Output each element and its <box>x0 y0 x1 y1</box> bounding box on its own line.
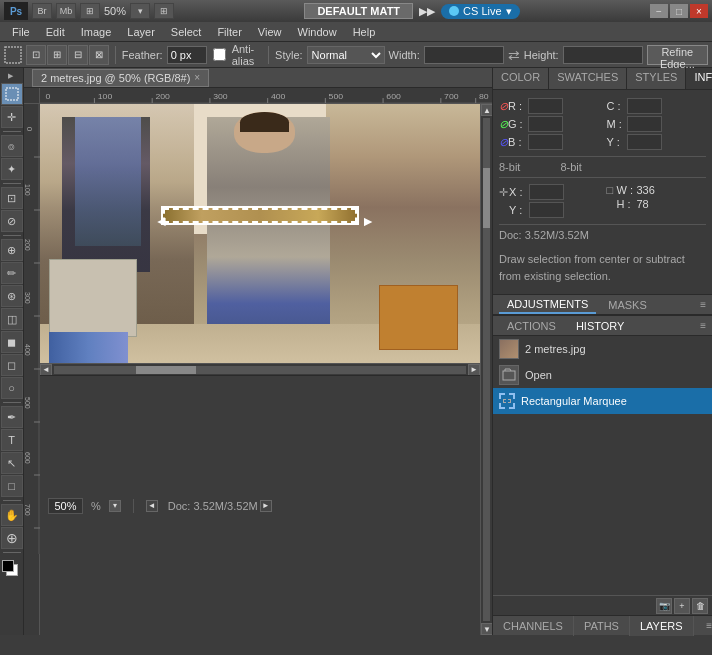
pen-tool-btn[interactable]: ✒ <box>1 406 23 428</box>
v-scroll-thumb[interactable] <box>483 168 490 228</box>
cs-live-btn[interactable]: CS Live ▾ <box>441 4 520 19</box>
person-head <box>234 112 296 153</box>
tab-swatches[interactable]: SWATCHES <box>549 68 627 89</box>
eraser-tool-btn[interactable]: ◫ <box>1 308 23 330</box>
move-tool-btn[interactable]: ✛ <box>1 106 23 128</box>
gradient-tool-btn[interactable]: ◼ <box>1 331 23 353</box>
g-value[interactable] <box>528 116 563 132</box>
rectangular-marquee-tool-btn[interactable] <box>1 83 23 105</box>
menu-window[interactable]: Window <box>290 24 345 40</box>
lasso-tool-btn[interactable]: ⌾ <box>1 135 23 157</box>
path-selection-tool-btn[interactable]: ↖ <box>1 452 23 474</box>
history-panel-menu[interactable]: ≡ <box>700 320 706 331</box>
scroll-right-btn[interactable]: ► <box>468 364 480 376</box>
tab-paths[interactable]: PATHS <box>574 616 630 636</box>
healing-brush-tool-btn[interactable]: ⊕ <box>1 239 23 261</box>
tab-adjustments[interactable]: ADJUSTMENTS <box>499 296 596 314</box>
shape-tool-btn[interactable]: □ <box>1 475 23 497</box>
y-value[interactable] <box>627 134 662 150</box>
zoom-dropdown[interactable]: ▾ <box>130 3 150 19</box>
zoom-options-btn[interactable]: ▾ <box>109 500 121 512</box>
add-selection-btn[interactable]: ⊞ <box>47 45 67 65</box>
x-value[interactable] <box>529 184 564 200</box>
history-delete-btn[interactable]: 🗑 <box>692 598 708 614</box>
menu-layer[interactable]: Layer <box>119 24 163 40</box>
adj-panel-menu[interactable]: ≡ <box>700 299 706 310</box>
new-selection-btn[interactable]: ⊡ <box>26 45 46 65</box>
eyedropper-tool-btn[interactable]: ⊘ <box>1 210 23 232</box>
y-coord-value[interactable] <box>529 202 564 218</box>
scroll-left-btn[interactable]: ◄ <box>40 364 52 376</box>
scroll-down-btn[interactable]: ▼ <box>481 623 492 635</box>
scroll-track[interactable] <box>54 366 466 374</box>
style-select[interactable]: Normal Fixed Ratio Fixed Size <box>307 46 385 64</box>
dodge-tool-btn[interactable]: ○ <box>1 377 23 399</box>
scroll-thumb[interactable] <box>136 366 196 374</box>
minimize-btn[interactable]: − <box>650 4 668 18</box>
width-input[interactable] <box>424 46 504 64</box>
blur-tool-btn[interactable]: ◻ <box>1 354 23 376</box>
tab-channels[interactable]: CHANNELS <box>493 616 574 636</box>
view-toggle[interactable]: ⊞ <box>154 3 174 19</box>
refine-edge-btn[interactable]: Refine Edge... <box>647 45 708 65</box>
maximize-btn[interactable]: □ <box>670 4 688 18</box>
clone-stamp-tool-btn[interactable]: ⊛ <box>1 285 23 307</box>
swap-icon[interactable]: ⇄ <box>508 47 520 63</box>
c-value[interactable] <box>627 98 662 114</box>
r-value[interactable] <box>528 98 563 114</box>
brush-tool-btn[interactable]: ✏ <box>1 262 23 284</box>
canvas-image-area[interactable]: ◄ ► <box>40 104 480 363</box>
tab-styles[interactable]: STYLES <box>627 68 686 89</box>
menu-view[interactable]: View <box>250 24 290 40</box>
b-value[interactable] <box>528 134 563 150</box>
zoom-tool-btn[interactable]: ⊕ <box>1 527 23 549</box>
vertical-scrollbar[interactable]: ▲ ▼ <box>480 104 492 635</box>
status-doc-info: ◄ Doc: 3.52M/3.52M ► <box>146 500 272 512</box>
menu-select[interactable]: Select <box>163 24 210 40</box>
workspace-btn[interactable]: ⊞ <box>80 3 100 19</box>
feather-input[interactable] <box>167 46 207 64</box>
scroll-up-btn[interactable]: ▲ <box>481 104 492 116</box>
tab-history[interactable]: HISTORY <box>568 318 633 334</box>
v-scroll-track[interactable] <box>483 118 490 621</box>
tab-color[interactable]: COLOR <box>493 68 549 89</box>
crop-tool-btn[interactable]: ⊡ <box>1 187 23 209</box>
tab-info[interactable]: INFO <box>686 68 712 89</box>
history-new-doc-btn[interactable]: + <box>674 598 690 614</box>
hand-tool-btn[interactable]: ✋ <box>1 504 23 526</box>
blue-shirt <box>75 117 141 247</box>
subtract-selection-btn[interactable]: ⊟ <box>68 45 88 65</box>
history-item-open[interactable]: Open <box>493 362 712 388</box>
menu-help[interactable]: Help <box>345 24 384 40</box>
history-new-snapshot-btn[interactable]: 📷 <box>656 598 672 614</box>
toolbar-expand-icon[interactable]: ▶ <box>8 72 16 80</box>
menu-file[interactable]: File <box>4 24 38 40</box>
minibr-btn[interactable]: Mb <box>56 3 76 19</box>
left-toolbar: ▶ ✛ ⌾ ✦ ⊡ ⊘ ⊕ ✏ ⊛ ◫ ◼ ◻ ○ ✒ T ↖ □ ✋ ⊕ <box>0 68 24 635</box>
type-tool-btn[interactable]: T <box>1 429 23 451</box>
history-header: ACTIONS HISTORY ≡ <box>493 316 712 336</box>
height-input[interactable] <box>563 46 643 64</box>
expand-btn[interactable]: ▶▶ <box>419 3 435 19</box>
canvas-tab-item[interactable]: 2 metres.jpg @ 50% (RGB/8#) × <box>32 69 209 87</box>
magic-wand-tool-btn[interactable]: ✦ <box>1 158 23 180</box>
canvas-tab-close[interactable]: × <box>194 72 200 83</box>
color-swatches[interactable] <box>2 560 22 580</box>
menu-image[interactable]: Image <box>73 24 120 40</box>
menu-filter[interactable]: Filter <box>209 24 249 40</box>
intersect-selection-btn[interactable]: ⊠ <box>89 45 109 65</box>
m-value[interactable] <box>627 116 662 132</box>
horizontal-scrollbar[interactable]: ◄ ► <box>40 363 480 375</box>
tab-masks[interactable]: MASKS <box>600 297 655 313</box>
layers-panel-menu[interactable]: ≡ <box>706 620 712 631</box>
history-item-marquee[interactable]: Rectangular Marquee <box>493 388 712 414</box>
history-item-image[interactable]: 2 metres.jpg <box>493 336 712 362</box>
close-btn[interactable]: × <box>690 4 708 18</box>
bridge-btn[interactable]: Br <box>32 3 52 19</box>
zoom-input[interactable] <box>48 498 83 514</box>
tab-actions[interactable]: ACTIONS <box>499 318 564 334</box>
svg-text:0: 0 <box>45 91 50 101</box>
antialias-checkbox[interactable] <box>213 48 226 61</box>
tab-layers[interactable]: LAYERS <box>630 616 694 636</box>
menu-edit[interactable]: Edit <box>38 24 73 40</box>
